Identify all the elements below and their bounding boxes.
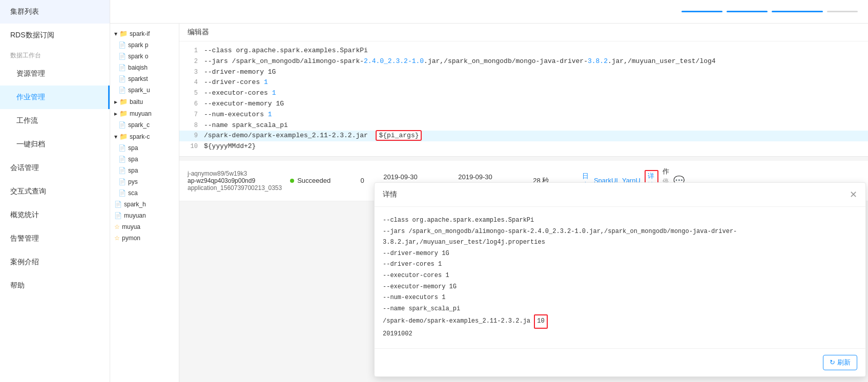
- tree-label: spa: [128, 167, 138, 174]
- tree-item-spark-c[interactable]: 📄 spark_c: [110, 119, 179, 131]
- app-id: ap-wz94qp403o9p00nd9: [188, 177, 282, 184]
- sidebar-item-job-mgmt[interactable]: 作业管理: [0, 86, 110, 109]
- job-id-col: j-aqnymow89/5w19k3 ap-wz94qp403o9p00nd9 …: [188, 170, 282, 192]
- sidebar-section-workbench: 数据工作台: [0, 47, 110, 62]
- status-dot: [290, 179, 294, 183]
- editor-header: 编辑器: [179, 24, 868, 41]
- operation-label: 作: [663, 167, 669, 176]
- detail-popup-content: --class org.apache.spark.examples.SparkP…: [375, 207, 865, 348]
- file-icon: 📄: [114, 212, 122, 219]
- tree-label: muyua: [122, 223, 140, 230]
- start-date: 2019-09-30: [383, 173, 450, 181]
- status-col: Succeeded: [290, 177, 341, 184]
- expand-icon: ▸: [114, 98, 117, 105]
- code-line-5: 5 --executor-cores 1: [179, 88, 868, 99]
- sidebar-item-help[interactable]: 帮助: [0, 274, 110, 298]
- code-line-1: 1 --class org.apache.spark.examples.Spar…: [179, 46, 868, 56]
- detail-popup-header: 详情 ✕: [375, 183, 865, 207]
- tree-item-spark-p[interactable]: 📄 spark p: [110, 39, 179, 51]
- status-label: Succeeded: [297, 177, 330, 184]
- tree-item-spark-u[interactable]: 📄 spark_u: [110, 84, 179, 96]
- top-tab-1[interactable]: [681, 11, 722, 12]
- tree-item-spa1[interactable]: 📄 spa: [110, 142, 179, 154]
- sidebar-item-overview-stats[interactable]: 概览统计: [0, 203, 110, 227]
- folder-icon: 📁: [119, 110, 128, 117]
- tree-item-sca[interactable]: 📄 sca: [110, 187, 179, 199]
- detail-line-10: 20191002: [383, 329, 857, 340]
- main-area: ▾ 📁 spark-if 📄 spark p 📄 spark o 📄 baiqi…: [110, 0, 868, 382]
- tree-label: spark p: [128, 41, 148, 49]
- tree-item-pymon-star[interactable]: ☆ pymon: [110, 232, 179, 244]
- expand-icon: ▸: [114, 110, 117, 117]
- editor-section: 编辑器 1 --class org.apache.spark.examples.…: [179, 24, 868, 157]
- tree-label: spa: [128, 156, 138, 163]
- tree-label: muyuan: [130, 110, 152, 117]
- content-area: ▾ 📁 spark-if 📄 spark p 📄 spark o 📄 baiqi…: [110, 24, 868, 382]
- file-tree: ▾ 📁 spark-if 📄 spark p 📄 spark o 📄 baiqi…: [110, 24, 179, 382]
- sidebar-item-interactive-query[interactable]: 交互式查询: [0, 180, 110, 203]
- tree-label: spark_c: [128, 121, 150, 129]
- detail-popup-title: 详情: [383, 190, 397, 199]
- tree-label: pymon: [122, 235, 140, 242]
- detail-line-7: --num-executors 1: [383, 292, 857, 304]
- tree-item-spark-if[interactable]: ▾ 📁 spark-if: [110, 28, 179, 39]
- detail-line-1: --class org.apache.spark.examples.SparkP…: [383, 215, 857, 226]
- detail-line-4: --driver-cores 1: [383, 259, 857, 270]
- sidebar-item-workflow[interactable]: 工作流: [0, 109, 110, 133]
- detail-close-button[interactable]: ✕: [850, 189, 857, 200]
- tree-item-sparkst[interactable]: 📄 sparkst: [110, 73, 179, 84]
- sidebar-item-resource-mgmt[interactable]: 资源管理: [0, 62, 110, 86]
- detail-popup-actions: ↻ 刷新: [375, 348, 865, 376]
- code-line-3: 3 --driver-memory 1G: [179, 67, 868, 78]
- file-icon: 📄: [118, 41, 126, 49]
- sidebar-item-rds-sub[interactable]: RDS数据订阅: [0, 24, 110, 47]
- file-icon: 📄: [118, 189, 126, 197]
- folder-icon: 📁: [119, 98, 128, 105]
- tree-label: spark_h: [124, 201, 146, 208]
- tree-item-spark-c2[interactable]: ▾ 📁 spark-c: [110, 131, 179, 142]
- detail-popup: 详情 ✕ --class org.apache.spark.examples.S…: [374, 182, 866, 377]
- tree-item-spa3[interactable]: 📄 spa: [110, 165, 179, 176]
- tree-item-baiqish[interactable]: 📄 baiqish: [110, 62, 179, 73]
- tree-label: spark-if: [130, 30, 150, 37]
- sidebar-item-session-mgmt[interactable]: 会话管理: [0, 156, 110, 180]
- file-icon: 📄: [118, 144, 126, 152]
- tree-label: muyuan: [124, 212, 146, 219]
- tree-item-spark-h[interactable]: 📄 spark_h: [110, 199, 179, 210]
- detail-line-9: /spark-demo/spark-examples_2.11-2.3.2.ja…: [383, 314, 857, 329]
- retry-count-col: 0: [349, 177, 375, 184]
- tree-label: sca: [128, 189, 138, 197]
- detail-highlight-value: 10: [534, 314, 547, 329]
- code-line-4: 4 --driver-cores 1: [179, 77, 868, 88]
- sidebar-item-cluster-list[interactable]: 集群列表: [0, 0, 110, 24]
- tree-label: sparkst: [128, 75, 148, 82]
- tree-item-muyuan2[interactable]: 📄 muyuan: [110, 210, 179, 221]
- refresh-label: 刷新: [837, 358, 851, 367]
- right-panel: 编辑器 1 --class org.apache.spark.examples.…: [179, 24, 868, 382]
- code-line-6: 6 --executor-memory 1G: [179, 99, 868, 110]
- tree-item-muyuan[interactable]: ▸ 📁 muyuan: [110, 108, 179, 119]
- tree-item-spark-o[interactable]: 📄 spark o: [110, 51, 179, 62]
- tree-item-muyua-star[interactable]: ☆ muyua: [110, 221, 179, 232]
- sidebar-item-archive[interactable]: 一键归档: [0, 133, 110, 156]
- file-icon: 📄: [118, 121, 126, 129]
- sidebar-item-alert-mgmt[interactable]: 告警管理: [0, 227, 110, 250]
- tree-label: spa: [128, 144, 138, 152]
- tree-item-pys[interactable]: 📄 pys: [110, 176, 179, 187]
- expand-icon: ▾: [114, 30, 117, 37]
- tree-label: spark_u: [128, 87, 150, 94]
- top-tab-3[interactable]: [772, 11, 823, 12]
- code-line-2: 2 --jars /spark_on_mongodb/alimongo-spar…: [179, 56, 868, 67]
- refresh-button[interactable]: ↻ 刷新: [823, 355, 857, 370]
- tree-item-spa2[interactable]: 📄 spa: [110, 154, 179, 165]
- top-tab-2[interactable]: [727, 11, 768, 12]
- tree-item-baitu[interactable]: ▸ 📁 baitu: [110, 96, 179, 108]
- top-tab-4[interactable]: [827, 11, 858, 12]
- file-icon: 📄: [118, 167, 126, 174]
- tree-label: spark o: [128, 53, 148, 60]
- tree-label: baitu: [130, 98, 143, 105]
- detail-line-6: --executor-memory 1G: [383, 282, 857, 293]
- file-icon: 📄: [118, 64, 126, 71]
- sidebar-item-case-intro[interactable]: 案例介绍: [0, 250, 110, 274]
- folder-icon: 📁: [119, 30, 128, 37]
